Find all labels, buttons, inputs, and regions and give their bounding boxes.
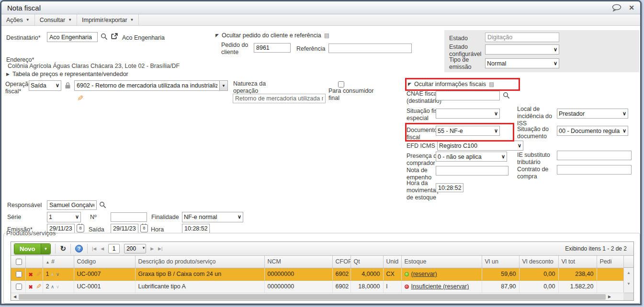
num-column-header[interactable]: ▲ # (43, 256, 74, 268)
qt-column-header[interactable]: Qt (350, 256, 383, 268)
toggle-informacoes-fiscais[interactable]: ◤ Ocultar informações fiscais ▤ (408, 81, 494, 88)
vertical-scrollbar[interactable]: ▲ ▼ (623, 256, 633, 293)
vl-un-column-header[interactable]: Vl un (482, 256, 519, 268)
next-page-button[interactable]: ▶ (150, 246, 154, 251)
situacao-fiscal-especial-select[interactable] (436, 109, 500, 119)
note-icon: ▤ (324, 32, 329, 39)
page-size-select[interactable]: 200 (124, 244, 146, 253)
horizontal-scrollbar[interactable]: ◀ ▶ (11, 293, 633, 300)
row-checkbox[interactable] (16, 284, 22, 290)
nota-empenho-input[interactable] (436, 166, 508, 175)
finalidade-label: Finalidade (151, 214, 179, 221)
move-up-icon[interactable]: ∧ (51, 284, 54, 289)
move-down-icon[interactable]: ∨ (56, 284, 59, 289)
menu-imprimir-exportar[interactable]: Imprimir/exportar▼ (77, 14, 139, 25)
descricao-column-header[interactable]: Descrição do produto/serviço (135, 256, 264, 268)
search-icon[interactable] (101, 33, 108, 42)
table-row[interactable]: ✖✎ 2 ∧ ∨ UC-0001 Lubrificante tipo A 000… (11, 280, 624, 293)
operacao-dropdown-button[interactable]: ▼ (220, 80, 228, 91)
referencia-label: Referência (296, 45, 325, 53)
edit-pencil-icon[interactable]: ✎ (77, 94, 83, 103)
chevron-down-icon: ▼ (130, 18, 134, 22)
efd-select[interactable]: Registro C100 (437, 141, 523, 151)
open-record-icon[interactable] (111, 33, 118, 42)
move-up-icon[interactable]: ∧ (51, 272, 54, 277)
delete-row-icon[interactable]: ✖ (29, 272, 33, 277)
novo-button[interactable]: Novo ▼ (14, 243, 51, 254)
search-icon[interactable] (99, 201, 106, 210)
serie-select[interactable]: 1 (47, 212, 81, 222)
estado-configuravel-select[interactable] (485, 44, 559, 55)
produtos-section-title: Produtos/serviços (5, 230, 58, 237)
operacao-tipo-select[interactable]: Saída (29, 80, 61, 91)
cell-descricao: Lubrificante tipo A (135, 280, 264, 293)
presenca-comprador-select[interactable]: 0 - não se aplica (436, 152, 507, 162)
estoque-column-header[interactable]: Estoque (401, 256, 482, 268)
destinatario-input[interactable] (47, 32, 98, 42)
estado-configuravel-label: Estado configurável (449, 44, 483, 58)
hora-movimentacao-input[interactable] (436, 183, 463, 192)
stock-status-icon (405, 272, 409, 276)
novo-dropdown-arrow[interactable]: ▼ (41, 244, 51, 254)
row-checkbox[interactable] (16, 271, 22, 277)
toggle-tabela-precos[interactable]: ▶ Tabela de preços e representante/vende… (6, 71, 128, 77)
close-icon[interactable]: ✕ (629, 4, 634, 11)
delete-row-icon[interactable]: ✖ (29, 284, 33, 290)
vl-tot-column-header[interactable]: Vl tot (558, 256, 597, 268)
finalidade-select[interactable]: NF-e normal (182, 212, 243, 222)
scroll-left-icon[interactable]: ◀ (11, 295, 19, 299)
pedido-cliente-input[interactable] (254, 43, 291, 53)
menu-consultar[interactable]: Consultar▼ (35, 14, 77, 25)
ncm-column-header[interactable]: NCM (264, 256, 332, 268)
documento-fiscal-select[interactable]: 55 - NF-e (436, 126, 500, 136)
select-all-checkbox[interactable] (16, 259, 22, 265)
scroll-right-icon[interactable]: ▶ (606, 295, 613, 299)
edit-row-icon[interactable]: ✎ (36, 270, 42, 278)
consumidor-final-checkbox[interactable] (338, 81, 344, 88)
reservar-link[interactable]: Insuficiente (reservar) (411, 283, 469, 290)
vl-desconto-column-header[interactable]: Vl desconto (519, 256, 558, 268)
cfop-column-header[interactable]: CFOP (332, 256, 350, 268)
toggle-pedido-referencia[interactable]: ◤ Ocultar pedido do cliente e referência… (215, 32, 329, 39)
reservar-link[interactable]: (reservar) (411, 271, 437, 277)
scroll-down-icon[interactable]: ▼ (624, 275, 633, 286)
contrato-compra-input[interactable] (557, 165, 632, 175)
numero-input[interactable] (111, 212, 147, 222)
ie-substituto-input[interactable] (557, 151, 632, 160)
situacao-documento-select[interactable]: 00 - Documento regular (557, 126, 628, 136)
scrollbar-thumb[interactable] (19, 294, 606, 300)
operacao-descricao-input[interactable] (74, 80, 220, 91)
note-icon: ▤ (489, 81, 494, 88)
situacao-documento-label: Situação do documento (517, 126, 558, 140)
cnae-input[interactable] (436, 91, 500, 100)
tipo-emissao-label: Tipo de emissão (449, 56, 483, 71)
estado-input (485, 33, 559, 42)
contrato-compra-label: Contrato de compra (517, 166, 558, 180)
pedido-column-header[interactable]: Pedi (597, 256, 624, 268)
prev-page-button[interactable]: ◀ (101, 246, 104, 251)
page-number-input[interactable] (108, 244, 120, 253)
sort-asc-icon: ▲ (46, 260, 50, 264)
cell-vl-un: 87,90 (482, 280, 519, 293)
last-page-button[interactable]: ▶| (158, 246, 162, 251)
stock-status-icon (405, 285, 409, 289)
local-iss-select[interactable]: Prestador (557, 109, 628, 119)
comment-icon[interactable] (611, 4, 622, 11)
referencia-input[interactable] (328, 44, 412, 53)
table-row[interactable]: ✖✎ 1 ∧ ∨ UC-0007 Graxa tipo B / Caixa co… (11, 268, 624, 280)
tipo-emissao-select[interactable]: Normal (485, 58, 559, 68)
menu-acoes[interactable]: Ações▼ (1, 14, 35, 25)
scroll-up-icon[interactable]: ▲ (624, 268, 633, 275)
responsavel-input[interactable] (47, 200, 97, 210)
page-title: Nota fiscal (7, 4, 41, 12)
cell-ncm: 00000000 (264, 268, 332, 280)
search-icon[interactable] (503, 92, 510, 101)
cell-ncm: 00000000 (264, 280, 332, 293)
unid-column-header[interactable]: Unid (383, 256, 401, 268)
help-icon[interactable]: ? (75, 245, 83, 252)
codigo-column-header[interactable]: Código (74, 256, 135, 268)
edit-row-icon[interactable]: ✎ (36, 283, 42, 290)
refresh-icon[interactable]: ↻ (60, 244, 66, 253)
first-page-button[interactable]: |◀ (92, 246, 96, 251)
move-down-icon[interactable]: ∨ (56, 272, 59, 277)
